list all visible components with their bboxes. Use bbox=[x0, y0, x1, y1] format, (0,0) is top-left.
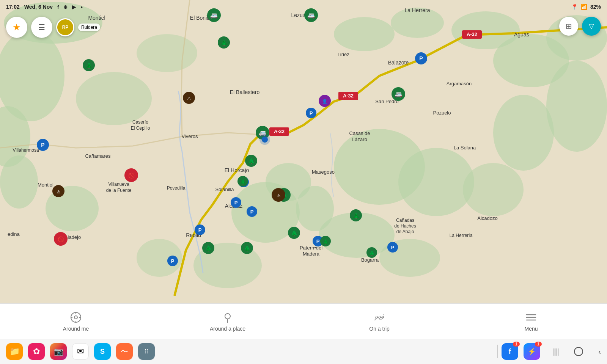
svg-text:P: P bbox=[391, 245, 395, 250]
svg-point-142 bbox=[378, 316, 381, 318]
nav-on-trip[interactable]: On a trip bbox=[304, 311, 455, 332]
app-drawer[interactable]: ⠿ bbox=[138, 343, 155, 360]
favorite-button[interactable]: ★ bbox=[6, 17, 27, 38]
nav-around-me[interactable]: Around me bbox=[0, 311, 152, 332]
messenger-icon: ⚡ bbox=[528, 347, 536, 356]
svg-text:Povedilla: Povedilla bbox=[167, 185, 186, 191]
messenger-icon: ⊕ bbox=[63, 4, 68, 10]
yt-icon: ▶ bbox=[72, 4, 76, 10]
svg-text:de la Fuente: de la Fuente bbox=[106, 188, 132, 193]
svg-text:de Haches: de Haches bbox=[394, 223, 416, 229]
svg-text:P: P bbox=[250, 209, 254, 215]
svg-text:P: P bbox=[419, 55, 423, 61]
list-icon: ☰ bbox=[38, 23, 45, 32]
svg-point-19 bbox=[398, 148, 474, 216]
map-svg: A-32 A-32 A-32 Montiel El Bonillo Lezuza… bbox=[0, 0, 607, 303]
app-blossom[interactable]: ✿ bbox=[28, 343, 45, 360]
svg-text:🌲: 🌲 bbox=[244, 245, 251, 252]
around-me-icon bbox=[70, 311, 82, 323]
svg-text:Montiol: Montiol bbox=[38, 182, 53, 188]
app-vpn[interactable]: 〜 bbox=[116, 343, 133, 360]
svg-text:P: P bbox=[316, 238, 320, 244]
svg-text:👤: 👤 bbox=[322, 99, 327, 104]
svg-text:El Cepillo: El Cepillo bbox=[131, 126, 150, 131]
camera-icon: 📷 bbox=[54, 347, 63, 356]
svg-text:Pozuelo: Pozuelo bbox=[433, 110, 451, 116]
around-me-label: Around me bbox=[63, 326, 89, 332]
facebook-icon: f bbox=[508, 347, 511, 356]
around-place-label: Around a place bbox=[210, 326, 245, 332]
svg-text:P: P bbox=[171, 258, 175, 264]
app-facebook[interactable]: f 1 bbox=[502, 343, 518, 360]
map-container[interactable]: A-32 A-32 A-32 Montiel El Bonillo Lezuza… bbox=[0, 0, 607, 303]
rp-marker[interactable]: RP bbox=[56, 18, 74, 36]
on-trip-icon bbox=[373, 311, 385, 323]
status-bar: 17:02 Wed, 6 Nov f ⊕ ▶ ● 📍 📶 82% bbox=[0, 0, 607, 14]
svg-text:🌲: 🌲 bbox=[291, 230, 298, 237]
rp-label: RP bbox=[62, 25, 69, 30]
svg-text:Masegoso: Masegoso bbox=[312, 169, 335, 175]
taskbar-divider bbox=[497, 345, 498, 358]
svg-text:🚐: 🚐 bbox=[395, 91, 402, 98]
svg-text:Argamasón: Argamasón bbox=[447, 81, 472, 86]
svg-text:🌲: 🌲 bbox=[221, 40, 228, 46]
nav-menu[interactable]: Menu bbox=[455, 311, 607, 332]
svg-text:Caserío: Caserío bbox=[132, 119, 148, 125]
svg-text:P: P bbox=[198, 227, 202, 233]
vpn-icon: 〜 bbox=[121, 347, 128, 357]
svg-text:🌲: 🌲 bbox=[205, 245, 212, 252]
svg-text:⚠: ⚠ bbox=[277, 193, 281, 198]
top-right-controls: ⊞ ▽ bbox=[559, 17, 601, 36]
svg-point-11 bbox=[76, 72, 152, 125]
svg-text:La Herrería: La Herrería bbox=[450, 233, 473, 238]
filter-icon: ▽ bbox=[589, 22, 594, 30]
svg-point-139 bbox=[225, 314, 230, 319]
svg-text:A-32: A-32 bbox=[343, 93, 354, 99]
svg-text:🌲: 🌲 bbox=[86, 63, 93, 69]
filter-button[interactable]: ▽ bbox=[582, 17, 601, 36]
app-messenger[interactable]: ⚡ 1 bbox=[524, 343, 540, 360]
fb-icon: f bbox=[57, 4, 59, 10]
drawer-icon: ⠿ bbox=[144, 348, 149, 355]
nav-around-place[interactable]: Around a place bbox=[152, 311, 304, 332]
svg-text:P: P bbox=[41, 142, 44, 148]
top-left-controls: ★ ☰ RP Ruidera bbox=[6, 17, 100, 38]
bottom-nav: Around me Around a place On a trip bbox=[0, 303, 607, 339]
svg-text:🌲: 🌲 bbox=[323, 239, 329, 245]
svg-text:🌲: 🌲 bbox=[248, 158, 255, 165]
status-left: 17:02 Wed, 6 Nov f ⊕ ▶ ● bbox=[6, 4, 83, 10]
nav-buttons: ||| ‹ bbox=[546, 347, 601, 356]
app-gmail[interactable]: ✉ bbox=[72, 343, 89, 360]
wifi-icon: 📶 bbox=[581, 4, 587, 10]
back-button[interactable]: ‹ bbox=[598, 347, 601, 356]
layers-button[interactable]: ⊞ bbox=[559, 17, 578, 36]
svg-text:La Solana: La Solana bbox=[454, 145, 476, 151]
svg-text:Villanueva: Villanueva bbox=[108, 182, 129, 187]
app-skype[interactable]: S bbox=[94, 343, 111, 360]
list-button[interactable]: ☰ bbox=[31, 17, 52, 38]
recent-apps-button[interactable]: ||| bbox=[553, 347, 559, 356]
svg-text:🌲: 🌲 bbox=[369, 250, 375, 256]
layers-icon: ⊞ bbox=[566, 22, 572, 31]
svg-text:⚠: ⚠ bbox=[187, 96, 191, 101]
app-icons: 📁 ✿ 📷 ✉ S 〜 ⠿ bbox=[6, 343, 493, 360]
star-icon: ★ bbox=[13, 22, 21, 33]
svg-point-14 bbox=[0, 155, 38, 209]
app-files[interactable]: 📁 bbox=[6, 343, 23, 360]
facebook-badge: 1 bbox=[513, 342, 520, 347]
svg-point-12 bbox=[137, 34, 197, 72]
rp-label-text: Ruidera bbox=[78, 24, 100, 31]
menu-label: Menu bbox=[524, 326, 538, 332]
home-button[interactable] bbox=[574, 347, 583, 356]
on-trip-label: On a trip bbox=[369, 326, 390, 332]
svg-text:Cañamares: Cañamares bbox=[85, 153, 111, 159]
messenger-badge: 1 bbox=[535, 342, 542, 347]
time: 17:02 bbox=[6, 4, 20, 10]
app-camera[interactable]: 📷 bbox=[50, 343, 67, 360]
svg-point-134 bbox=[74, 316, 77, 319]
files-icon: 📁 bbox=[9, 347, 20, 356]
svg-text:Solanilla: Solanilla bbox=[215, 187, 234, 192]
around-place-icon bbox=[222, 311, 234, 323]
menu-icon bbox=[525, 311, 537, 323]
svg-text:🌲: 🌲 bbox=[353, 213, 360, 219]
